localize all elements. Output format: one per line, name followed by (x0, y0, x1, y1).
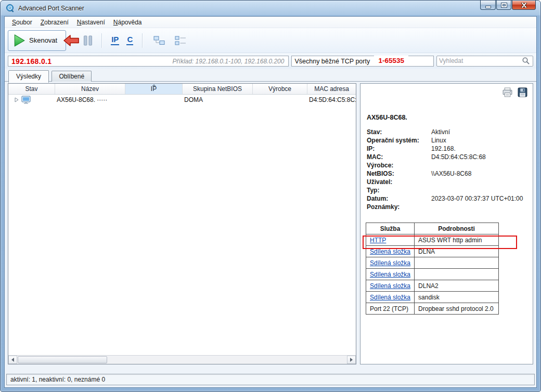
menu-zobrazeni[interactable]: Zobrazení (36, 17, 73, 28)
menubar: Soubor Zobrazení Nastavení Nápověda (5, 17, 536, 28)
column-header-mac[interactable]: MAC adresa (307, 84, 356, 94)
ports-annotation: 1-65535 (374, 56, 408, 66)
search-input[interactable] (437, 57, 522, 66)
network-tree-icon (153, 36, 165, 45)
service-name: Port 22 (TCP) (366, 303, 415, 315)
tab-bar: Výsledky Oblíbené (5, 69, 536, 82)
address-bar: 192.168.0.1 Příklad: 192.168.0.1-100, 19… (5, 53, 536, 69)
field-value: 192.168. (431, 145, 526, 153)
scan-button[interactable]: Skenovat (8, 30, 66, 51)
service-link-share[interactable]: Sdílená složka (370, 248, 410, 255)
field-value: 2023-03-07 00:37:37 UTC+01:00 (431, 194, 526, 203)
results-header: Stav Název IP Skupina NetBIOS Výrobce MA… (8, 84, 356, 95)
field-value: Aktivní (431, 128, 526, 136)
scan-label: Skenovat (29, 36, 57, 44)
scroll-left-icon (11, 358, 14, 362)
scrollbar-track[interactable] (17, 356, 347, 364)
toolbar-separator (142, 33, 143, 48)
close-icon (521, 3, 527, 8)
services-table: Služba Podrobnosti HTTP ASUS WRT http ad… (366, 223, 499, 315)
minimize-button[interactable] (480, 1, 496, 10)
service-link-http[interactable]: HTTP (370, 237, 386, 244)
c-icon: C (126, 35, 133, 45)
field-value (431, 178, 526, 186)
field-label: Typ: (367, 186, 431, 194)
show-ip-button[interactable]: IP (107, 33, 123, 48)
service-link-share[interactable]: Sdílená složka (370, 271, 410, 278)
field-label: Poznámky: (367, 203, 431, 211)
tab-vysledky[interactable]: Výsledky (8, 70, 49, 83)
collapse-all-button[interactable] (171, 33, 190, 48)
device-row[interactable]: AX56U-8C68. ····· DOMA D4:5D:64:C5:8C:68 (8, 95, 356, 104)
service-details: DLNA2 (415, 280, 499, 292)
pause-icon (83, 35, 93, 46)
scroll-left-button[interactable] (8, 356, 17, 364)
details-actions (502, 87, 527, 97)
menu-soubor[interactable]: Soubor (8, 17, 36, 28)
computer-icon (21, 96, 31, 104)
scrollbar-thumb[interactable] (18, 356, 107, 363)
close-button[interactable] (512, 1, 536, 10)
column-header-nazev[interactable]: Název (55, 84, 125, 94)
save-icon[interactable] (518, 87, 527, 97)
field-value (431, 203, 526, 211)
search-icon[interactable] (522, 57, 531, 65)
horizontal-scrollbar[interactable] (8, 355, 356, 364)
service-link-share[interactable]: Sdílená složka (370, 259, 410, 267)
search-field[interactable] (436, 56, 533, 67)
results-panel: Stav Název IP Skupina NetBIOS Výrobce MA… (8, 83, 356, 364)
device-fields: Stav: Aktivní Operační systém: Linux IP:… (367, 128, 526, 211)
pause-button[interactable] (80, 32, 96, 49)
ip-range-value: 192.168.0.1 (11, 57, 51, 66)
ports-value: Všechny běžné TCP porty (294, 58, 370, 65)
services-header-sluzba: Služba (366, 223, 415, 234)
device-title: AX56U-8C68. (367, 114, 526, 121)
expand-arrow-icon[interactable] (15, 97, 19, 102)
cell-netbios-group: DOMA (183, 96, 253, 103)
ports-input[interactable]: Všechny běžné TCP porty 1-65535 (291, 56, 434, 67)
ip-range-hint: Příklad: 192.168.0.1-100, 192.168.0.200 (173, 58, 285, 65)
scroll-right-icon (350, 358, 353, 362)
service-link-share[interactable]: Sdílená složka (370, 282, 410, 290)
ip-icon: IP (111, 35, 119, 45)
titlebar[interactable]: Advanced Port Scanner (1, 1, 540, 16)
column-header-vyrobce[interactable]: Výrobce (253, 84, 307, 94)
maximize-icon (501, 3, 507, 7)
print-icon[interactable] (502, 87, 513, 97)
column-header-ip[interactable]: IP (125, 84, 183, 94)
field-label: NetBIOS: (367, 169, 431, 178)
field-label: MAC: (367, 153, 431, 161)
toolbar: Skenovat IP C (5, 28, 536, 53)
show-names-button[interactable]: C (123, 33, 137, 48)
window-title: Advanced Port Scanner (18, 5, 84, 12)
column-header-ip-label: IP (151, 85, 157, 93)
maximize-button[interactable] (496, 1, 511, 10)
services-section: Služba Podrobnosti HTTP ASUS WRT http ad… (366, 223, 499, 315)
services-header-podrobnosti: Podrobnosti (415, 223, 499, 234)
ip-range-input[interactable]: 192.168.0.1 Příklad: 192.168.0.1-100, 19… (8, 56, 289, 67)
toolbar-separator (101, 33, 102, 48)
menu-nastaveni[interactable]: Nastavení (73, 17, 109, 28)
column-header-stav[interactable]: Stav (8, 84, 55, 94)
field-label: Výrobce: (367, 161, 431, 169)
play-icon (14, 34, 25, 47)
sort-ascending-icon (152, 84, 156, 86)
main-content: Stav Název IP Skupina NetBIOS Výrobce MA… (5, 82, 536, 372)
service-row-http: HTTP ASUS WRT http admin (366, 234, 499, 246)
tab-oblibene[interactable]: Oblíbené (51, 71, 92, 82)
field-label: Operační systém: (367, 136, 431, 145)
service-details (415, 269, 499, 280)
service-link-share[interactable]: Sdílená složka (370, 294, 410, 301)
service-details: Dropbear sshd protocol 2.0 (415, 303, 499, 315)
red-arrow-annotation (63, 34, 80, 49)
menu-napoveda[interactable]: Nápověda (109, 17, 146, 28)
expand-all-button[interactable] (150, 33, 169, 48)
field-label: Uživatel: (367, 178, 431, 186)
scroll-right-button[interactable] (347, 356, 356, 364)
status-text: aktivní: 1, neaktivní: 0, neznámé 0 (10, 376, 105, 383)
column-header-netbios[interactable]: Skupina NetBIOS (183, 84, 253, 94)
field-label: IP: (367, 145, 431, 153)
service-details: ASUS WRT http admin (415, 234, 499, 246)
app-icon (6, 4, 15, 13)
service-details: sandisk (415, 292, 499, 303)
